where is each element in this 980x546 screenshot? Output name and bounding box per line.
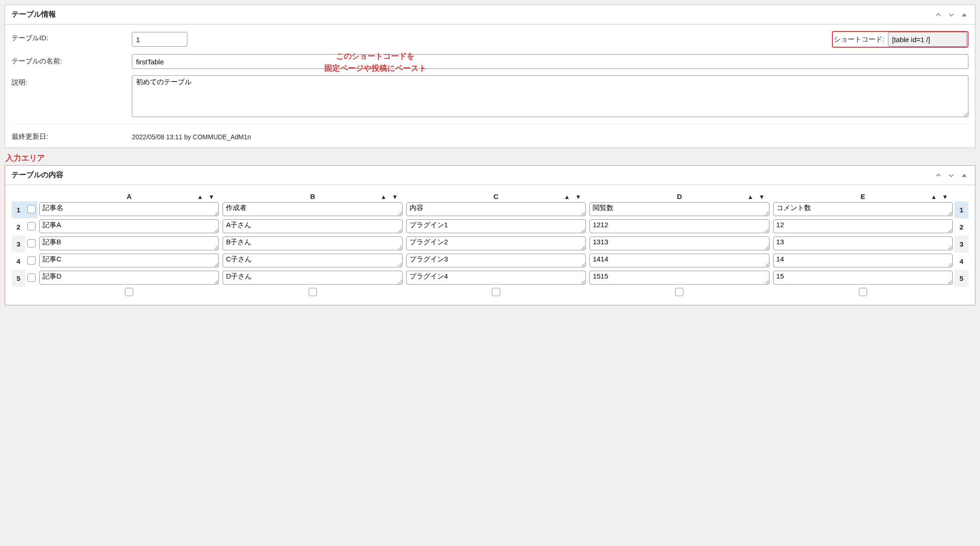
row-number: 3 bbox=[12, 236, 25, 253]
cell-input[interactable] bbox=[223, 202, 402, 216]
label-table-id: テーブルID: bbox=[12, 31, 132, 43]
table-info-panel: テーブル情報 テーブルID: ショートコード: テーブルの名前: bbox=[5, 5, 975, 148]
col-E[interactable]: E▲ ▼ bbox=[771, 192, 955, 201]
cell-input[interactable] bbox=[223, 271, 402, 285]
cell-input[interactable] bbox=[223, 254, 402, 267]
cell-input[interactable] bbox=[39, 271, 219, 285]
input-table-id[interactable] bbox=[132, 32, 187, 47]
col-D[interactable]: D▲ ▼ bbox=[588, 192, 771, 201]
panel-header: テーブル情報 bbox=[5, 5, 975, 25]
row-number-end: 5 bbox=[955, 270, 968, 287]
row-number-end: 2 bbox=[955, 218, 968, 236]
cell-input[interactable] bbox=[589, 219, 769, 233]
chevron-down-icon[interactable] bbox=[947, 11, 955, 19]
row-last-modified: 最終更新日: 2022/05/08 13:11 by COMMUDE_AdM1n bbox=[12, 124, 968, 141]
col-checkbox[interactable] bbox=[125, 288, 133, 296]
column-checkbox-row bbox=[12, 287, 968, 298]
col-checkbox[interactable] bbox=[675, 288, 683, 296]
cell-input[interactable] bbox=[406, 202, 586, 216]
cell-input[interactable] bbox=[39, 254, 219, 267]
cell-input[interactable] bbox=[773, 254, 953, 267]
cell-input[interactable] bbox=[589, 202, 769, 216]
cell-input[interactable] bbox=[39, 219, 219, 233]
cell-input[interactable] bbox=[406, 254, 586, 267]
cell-input[interactable] bbox=[589, 236, 769, 250]
cell-input[interactable] bbox=[773, 236, 953, 250]
table-row: 44 bbox=[12, 253, 968, 270]
sort-icons[interactable]: ▲ ▼ bbox=[380, 193, 399, 200]
data-grid: A▲ ▼ B▲ ▼ C▲ ▼ D▲ ▼ E▲ ▼ 1122334455 bbox=[12, 192, 968, 298]
row-number-end: 1 bbox=[955, 201, 968, 218]
cell-input[interactable] bbox=[773, 202, 953, 216]
cell-input[interactable] bbox=[406, 219, 586, 233]
cell-input[interactable] bbox=[39, 236, 219, 250]
col-C[interactable]: C▲ ▼ bbox=[404, 192, 588, 201]
row-number: 5 bbox=[12, 270, 25, 287]
table-row: 11 bbox=[12, 201, 968, 218]
cell-input[interactable] bbox=[589, 254, 769, 267]
col-B[interactable]: B▲ ▼ bbox=[221, 192, 404, 201]
cell-input[interactable] bbox=[223, 236, 402, 250]
panel-header: テーブルの内容 bbox=[5, 166, 975, 185]
chevron-up-icon[interactable] bbox=[934, 11, 943, 19]
caret-up-icon[interactable] bbox=[960, 171, 968, 180]
panel-title: テーブルの内容 bbox=[12, 170, 63, 180]
sort-icons[interactable]: ▲ ▼ bbox=[564, 193, 583, 200]
cell-input[interactable] bbox=[223, 219, 402, 233]
label-shortcode: ショートコード: bbox=[834, 35, 884, 44]
value-last-modified: 2022/05/08 13:11 by COMMUDE_AdM1n bbox=[132, 130, 968, 141]
col-A[interactable]: A▲ ▼ bbox=[37, 192, 221, 201]
row-number: 4 bbox=[12, 253, 25, 270]
cell-input[interactable] bbox=[406, 271, 586, 285]
shortcode-group: ショートコード: bbox=[832, 31, 968, 48]
column-header-row: A▲ ▼ B▲ ▼ C▲ ▼ D▲ ▼ E▲ ▼ bbox=[12, 192, 968, 201]
row-checkbox[interactable] bbox=[27, 273, 36, 282]
cell-input[interactable] bbox=[406, 236, 586, 250]
label-last-modified: 最終更新日: bbox=[12, 130, 132, 141]
table-content-panel: テーブルの内容 A▲ ▼ B▲ ▼ C▲ ▼ D▲ ▼ E▲ ▼ 1122 bbox=[5, 165, 975, 305]
panel-body: テーブルID: ショートコード: テーブルの名前: 説明: 最終 bbox=[5, 25, 975, 148]
caret-up-icon[interactable] bbox=[960, 11, 968, 19]
row-number-end: 4 bbox=[955, 253, 968, 270]
panel-body: A▲ ▼ B▲ ▼ C▲ ▼ D▲ ▼ E▲ ▼ 1122334455 bbox=[5, 185, 975, 305]
cell-input[interactable] bbox=[589, 271, 769, 285]
chevron-down-icon[interactable] bbox=[947, 171, 955, 180]
input-table-name[interactable] bbox=[132, 54, 968, 69]
chevron-up-icon[interactable] bbox=[934, 171, 943, 180]
panel-actions bbox=[934, 171, 968, 180]
row-checkbox[interactable] bbox=[27, 222, 36, 230]
sort-icons[interactable]: ▲ ▼ bbox=[931, 193, 950, 200]
row-table-id: テーブルID: ショートコード: bbox=[12, 31, 968, 48]
cell-input[interactable] bbox=[39, 202, 219, 216]
sort-icons[interactable]: ▲ ▼ bbox=[747, 193, 766, 200]
cell-input[interactable] bbox=[773, 271, 953, 285]
table-row: 55 bbox=[12, 270, 968, 287]
table-row: 33 bbox=[12, 236, 968, 253]
label-description: 説明: bbox=[12, 75, 132, 87]
input-shortcode[interactable] bbox=[888, 32, 967, 47]
row-description: 説明: bbox=[12, 75, 968, 117]
col-checkbox[interactable] bbox=[309, 288, 317, 296]
table-row: 22 bbox=[12, 218, 968, 236]
row-number: 2 bbox=[12, 218, 25, 236]
row-table-name: テーブルの名前: bbox=[12, 54, 968, 69]
row-checkbox[interactable] bbox=[27, 205, 36, 213]
row-checkbox[interactable] bbox=[27, 239, 36, 248]
row-checkbox[interactable] bbox=[27, 256, 36, 265]
cell-input[interactable] bbox=[773, 219, 953, 233]
row-number-end: 3 bbox=[955, 236, 968, 253]
textarea-description[interactable] bbox=[132, 75, 968, 117]
panel-actions bbox=[934, 11, 968, 19]
col-checkbox[interactable] bbox=[492, 288, 500, 296]
panel-title: テーブル情報 bbox=[12, 10, 56, 19]
col-checkbox[interactable] bbox=[859, 288, 867, 296]
annotation-input-area: 入力エリア bbox=[6, 153, 975, 163]
sort-icons[interactable]: ▲ ▼ bbox=[197, 193, 216, 200]
row-number: 1 bbox=[12, 201, 25, 218]
label-table-name: テーブルの名前: bbox=[12, 54, 132, 66]
